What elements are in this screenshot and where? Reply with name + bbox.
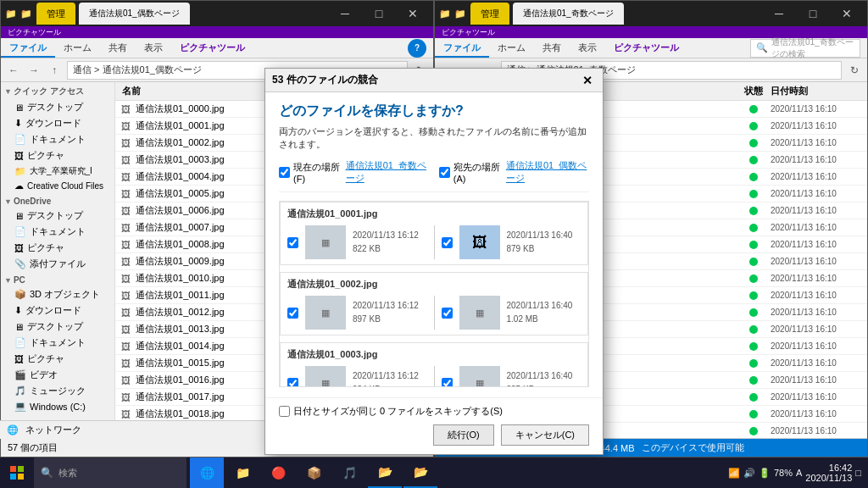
conflict-filename-1: 通信法規01_0001.jpg — [287, 208, 581, 220]
app-icon-4: 📦 — [307, 466, 321, 480]
conflict-thumb-left-2: ▦ — [305, 296, 346, 330]
conflict-divider-1 — [434, 225, 435, 259]
taskbar-apps: 🌐 📁 🔴 📦 🎵 📂 📂 — [186, 458, 441, 488]
skip-label: 日付とサイズが同じ 0 ファイルをスキップする(S) — [293, 405, 503, 418]
svg-rect-2 — [10, 474, 16, 480]
continue-button[interactable]: 続行(O) — [433, 424, 494, 446]
conflict-filename-3: 通信法規01_0003.jpg — [287, 348, 581, 361]
taskbar-search[interactable]: 🔍 検索 — [34, 458, 186, 488]
battery-percent-taskbar: 78% — [774, 468, 793, 478]
conflict-divider-2 — [434, 296, 435, 330]
conflict-checkbox-left-1[interactable] — [287, 237, 298, 248]
lang-icon: A — [796, 468, 802, 478]
conflict-checkbox-right-1[interactable] — [442, 237, 453, 248]
conflict-right-3: ▦ 2020/11/13 16:40 885 KB — [442, 366, 581, 387]
dialog-footer: 日付とサイズが同じ 0 ファイルをスキップする(S) 続行(O) キャンセル(C… — [265, 397, 603, 454]
conflict-filename-2: 通信法規01_0002.jpg — [287, 278, 581, 291]
taskbar-app-2[interactable]: 📁 — [225, 458, 259, 488]
checkbox-current[interactable] — [279, 167, 290, 178]
cancel-button[interactable]: キャンセル(C) — [501, 424, 589, 446]
app-icon-3: 🔴 — [271, 466, 286, 480]
conflict-checkbox-right-3[interactable] — [442, 378, 453, 388]
conflict-left-3: ▦ 2020/11/13 16:12 934 KB — [287, 366, 427, 387]
conflict-row-2: ▦ 2020/11/13 16:12 897 KB ▦ — [287, 296, 581, 330]
taskbar: 🔍 検索 🌐 📁 🔴 📦 🎵 📂 📂 📶 🔊 🔋 78% A — [0, 458, 868, 488]
conflict-row-1: ▦ 2020/11/13 16:12 822 KB 🖼 — [287, 225, 581, 259]
skip-checkbox[interactable] — [279, 406, 290, 417]
link-current[interactable]: 通信法規01_奇数ページ — [346, 159, 429, 185]
dialog-title-text: 53 件のファイルの競合 — [272, 73, 378, 87]
taskbar-right: 📶 🔊 🔋 78% A 16:42 2020/11/13 □ — [728, 463, 868, 483]
conflict-thumb-left-1: ▦ — [305, 225, 346, 259]
taskbar-clock: 16:42 2020/11/13 — [805, 463, 852, 483]
volume-icon-taskbar: 🔊 — [743, 468, 755, 479]
app-icon-7: 📂 — [414, 465, 428, 479]
conflict-row-3: ▦ 2020/11/13 16:12 934 KB ▦ — [287, 366, 581, 387]
conflict-right-1: 🖼 2020/11/13 16:40 879 KB — [442, 225, 581, 259]
notification-icon: □ — [855, 468, 861, 478]
svg-rect-1 — [18, 466, 24, 472]
taskbar-app-5[interactable]: 🎵 — [332, 458, 366, 488]
conflict-info-right-3: 2020/11/13 16:40 885 KB — [507, 369, 573, 387]
conflict-thumb-left-3: ▦ — [305, 366, 346, 387]
dialog-options: 現在の場所(F) 通信法規01_奇数ページ 宛先の場所(A) 通信法規01_偶数… — [279, 159, 589, 192]
conflict-item-3: 通信法規01_0003.jpg ▦ 2020/11/13 16:12 934 K… — [280, 342, 588, 387]
taskbar-app-7[interactable]: 📂 — [403, 458, 437, 488]
conflict-item-2: 通信法規01_0002.jpg ▦ 2020/11/13 16:12 897 K… — [280, 272, 588, 336]
windows-logo-icon — [10, 466, 24, 480]
conflict-checkbox-left-3[interactable] — [287, 378, 298, 388]
option-dest: 宛先の場所(A) 通信法規01_偶数ページ — [439, 159, 589, 185]
conflict-left-2: ▦ 2020/11/13 16:12 897 KB — [287, 296, 427, 330]
app-icon-6: 📂 — [378, 465, 392, 479]
network-icon-taskbar: 📶 — [728, 468, 740, 479]
dialog-titlebar: 53 件のファイルの競合 ✕ — [265, 69, 603, 92]
conflict-list: 通信法規01_0001.jpg ▦ 2020/11/13 16:12 822 K… — [279, 201, 589, 387]
battery-icon-taskbar: 🔋 — [759, 468, 771, 479]
taskbar-app-3[interactable]: 🔴 — [261, 458, 295, 488]
dialog-heading: どのファイルを保存しますか? — [279, 103, 589, 120]
conflict-info-right-2: 2020/11/13 16:40 1.02 MB — [507, 299, 573, 326]
skip-option: 日付とサイズが同じ 0 ファイルをスキップする(S) — [279, 405, 589, 418]
clock-date: 2020/11/13 — [805, 473, 852, 483]
conflict-thumb-right-2: ▦ — [459, 296, 500, 330]
svg-rect-3 — [18, 474, 24, 480]
search-text-taskbar: 検索 — [58, 467, 77, 480]
conflict-checkbox-right-2[interactable] — [442, 308, 453, 319]
conflict-checkbox-left-2[interactable] — [287, 308, 298, 319]
checkbox-dest[interactable] — [439, 167, 450, 178]
link-dest[interactable]: 通信法規01_偶数ページ — [506, 159, 589, 185]
app-icon-5: 🎵 — [342, 466, 357, 480]
conflict-info-left-3: 2020/11/13 16:12 934 KB — [353, 369, 419, 387]
svg-rect-0 — [10, 466, 16, 472]
conflict-info-left-2: 2020/11/13 16:12 897 KB — [353, 299, 419, 326]
dialog-description: 両方のバージョンを選択すると、移動されたファイルの名前に番号が追加されます。 — [279, 125, 589, 151]
app-icon-2: 📁 — [236, 466, 250, 480]
dialog-buttons: 続行(O) キャンセル(C) — [279, 424, 589, 446]
conflict-divider-3 — [434, 366, 435, 387]
taskbar-app-4[interactable]: 📦 — [297, 458, 331, 488]
search-icon-taskbar: 🔍 — [41, 467, 53, 479]
conflict-item-1: 通信法規01_0001.jpg ▦ 2020/11/13 16:12 822 K… — [280, 202, 588, 265]
conflict-right-2: ▦ 2020/11/13 16:40 1.02 MB — [442, 296, 581, 330]
clock-time: 16:42 — [829, 463, 853, 473]
conflict-info-left-1: 2020/11/13 16:12 822 KB — [353, 229, 419, 256]
conflict-thumb-right-3: ▦ — [459, 366, 500, 387]
dialog-overlay: 53 件のファイルの競合 ✕ どのファイルを保存しますか? 両方のバージョンを選… — [0, 0, 868, 458]
conflict-dialog: 53 件のファイルの競合 ✕ どのファイルを保存しますか? 両方のバージョンを選… — [264, 68, 604, 455]
start-button[interactable] — [0, 458, 34, 488]
taskbar-app-1[interactable]: 🌐 — [190, 458, 224, 488]
conflict-thumb-right-1: 🖼 — [459, 225, 500, 259]
conflict-info-right-1: 2020/11/13 16:40 879 KB — [507, 229, 573, 256]
dialog-body: どのファイルを保存しますか? 両方のバージョンを選択すると、移動されたファイルの… — [265, 92, 603, 397]
option-current: 現在の場所(F) 通信法規01_奇数ページ — [279, 159, 429, 185]
taskbar-app-6[interactable]: 📂 — [368, 458, 402, 488]
app-icon-1: 🌐 — [200, 466, 214, 480]
conflict-left-1: ▦ 2020/11/13 16:12 822 KB — [287, 225, 427, 259]
dialog-close-button[interactable]: ✕ — [579, 72, 596, 89]
